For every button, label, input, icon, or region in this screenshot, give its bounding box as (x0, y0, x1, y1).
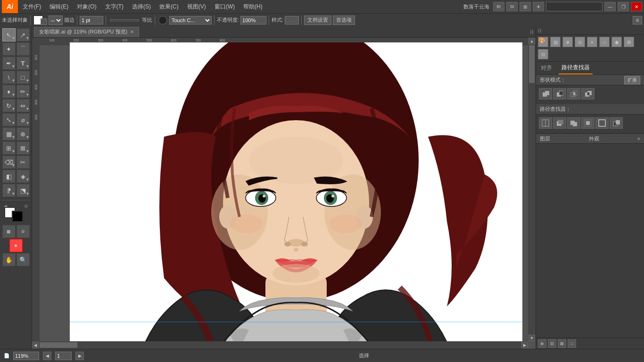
stroke-width-input[interactable] (80, 16, 103, 25)
fill-type-select[interactable]: — (49, 16, 63, 25)
bridge-btn[interactable]: Br (493, 2, 504, 11)
panel-tool-2[interactable]: ▤ (550, 37, 561, 47)
stroke-color[interactable] (41, 18, 47, 25)
line-tool[interactable]: \▾ (2, 71, 16, 84)
scroll-right-btn[interactable]: ▶ (521, 342, 528, 348)
menu-help[interactable]: 帮助(H) (239, 2, 266, 12)
slice-tool[interactable]: ⊠▾ (17, 141, 30, 155)
zoom-tool[interactable]: 🔍 (17, 253, 30, 266)
main-tab[interactable]: 女歌唱家.ai @ 119% (RGB/GPU 预览) ✕ (34, 27, 139, 37)
scroll-h-track[interactable] (39, 342, 521, 348)
pencil-tool[interactable]: ✏▾ (17, 85, 30, 98)
trim-btn[interactable] (553, 117, 566, 129)
eyedropper-tool[interactable]: ◈▾ (17, 170, 30, 183)
panel-tool-8[interactable]: ⊞ (624, 37, 634, 47)
opacity-input[interactable] (240, 16, 266, 25)
panel-collapse-bar[interactable]: ⟨⟨ (536, 26, 644, 35)
align-tab[interactable]: 对齐 (538, 62, 555, 74)
scroll-down-btn[interactable]: ▼ (528, 335, 535, 341)
nav-prev-btn[interactable]: ◀ (43, 352, 51, 360)
hand-tool[interactable]: ✋ (2, 253, 16, 266)
panel-tool-6[interactable]: □ (599, 37, 610, 47)
panel-tool-7[interactable]: ◉ (611, 37, 622, 47)
menu-edit[interactable]: 编辑(E) (46, 2, 72, 12)
panel-tool-9[interactable]: ⊟ (538, 49, 548, 59)
page-number-input[interactable] (55, 352, 72, 360)
direct-selection-tool[interactable]: ↗▾ (17, 28, 30, 41)
search-input[interactable] (546, 2, 603, 11)
close-btn[interactable]: ✕ (631, 2, 642, 11)
color-btn[interactable]: ▩ (2, 225, 16, 238)
artboard-tool[interactable]: ⊞▾ (2, 141, 16, 155)
pathfinder-header[interactable]: 路径查找器： (536, 104, 644, 115)
tab-arrow-right[interactable]: ⟩⟩ (530, 29, 534, 34)
restore-btn[interactable]: ❐ (618, 2, 629, 11)
rect-tool[interactable]: □▾ (17, 71, 30, 84)
scroll-h-thumb[interactable] (40, 342, 77, 348)
pathfinder-tab[interactable]: 路径查找器 (559, 62, 593, 74)
appearance-tab-label[interactable]: 外观 (589, 135, 599, 142)
pen-tool[interactable]: ✒▾ (2, 57, 16, 70)
canvas-container[interactable]: 100200 300400 500600 700800 100 200 300 … (32, 38, 536, 349)
zoom-input[interactable] (13, 352, 39, 360)
scissors-tool[interactable]: ✂ (17, 156, 30, 169)
horizontal-scrollbar[interactable]: ◀ ▶ (32, 341, 528, 349)
eraser-tool[interactable]: ⌫▾ (2, 156, 16, 169)
reset-colors-btn[interactable]: ⊡ (25, 204, 28, 208)
minus-front-btn[interactable] (553, 88, 566, 99)
graph-tool[interactable]: ▦▾ (2, 127, 16, 140)
nav-next-btn[interactable]: ▶ (75, 352, 84, 360)
panel-tool-3[interactable]: ⊕ (562, 37, 573, 47)
reflect-tool[interactable]: ⇔▾ (17, 99, 30, 112)
panel-btn-4[interactable]: □ (568, 339, 576, 348)
doc-settings-btn[interactable]: 文档设置 (304, 16, 331, 25)
layers-tab-label[interactable]: 图层 (540, 135, 550, 142)
warp-tool[interactable]: ⌀▾ (17, 113, 30, 126)
menu-effect[interactable]: 效果(C) (156, 2, 182, 12)
lasso-tool[interactable]: ⌒ (17, 42, 30, 56)
menu-file[interactable]: 文件(F) (19, 2, 45, 12)
panel-menu-btn[interactable]: ≡ (637, 136, 640, 141)
magic-wand-tool[interactable]: ✦ (2, 42, 16, 56)
minus-back-btn[interactable] (610, 117, 623, 129)
symbol-tool[interactable]: ⊕▾ (17, 127, 30, 140)
none-btn[interactable]: ⊘ (17, 225, 30, 238)
menu-text[interactable]: 文字(T) (101, 2, 127, 12)
scale-tool[interactable]: ⤡▾ (2, 113, 16, 126)
intersect-btn[interactable] (567, 88, 580, 99)
arrange-btn[interactable]: ≡ (633, 16, 642, 25)
merge-btn[interactable] (567, 117, 580, 129)
panel-btn-3[interactable]: ⊠ (558, 339, 566, 348)
divide-btn[interactable] (539, 117, 552, 129)
gradient-tool[interactable]: ◧ (2, 170, 16, 183)
type-tool[interactable]: T▾ (17, 57, 30, 70)
scroll-left-btn[interactable]: ◀ (32, 342, 39, 348)
scroll-v-thumb[interactable] (529, 45, 535, 83)
menu-object[interactable]: 对象(O) (73, 2, 100, 12)
rotate-tool[interactable]: ↻▾ (2, 99, 16, 112)
panel-btn-2[interactable]: ⊟ (548, 339, 556, 348)
minimize-btn[interactable]: — (604, 2, 616, 11)
layout-btn[interactable]: ⊞ (520, 2, 531, 11)
expand-btn[interactable]: 扩展 (624, 76, 640, 84)
panel-tool-5[interactable]: ≡ (587, 37, 597, 47)
shape-mode-header[interactable]: 形状模式： 扩展 (536, 75, 644, 85)
vertical-scrollbar[interactable]: ▲ ▼ (528, 38, 536, 341)
sync-btn[interactable]: ✈ (533, 2, 544, 11)
touch-select[interactable]: Touch C... (169, 16, 212, 25)
outline-btn[interactable] (595, 117, 609, 129)
preferences-btn[interactable]: 首选项 (333, 16, 355, 25)
blend-tool[interactable]: ⁋▾ (2, 184, 16, 197)
paintbrush-tool[interactable]: ♦▾ (2, 85, 16, 98)
tab-close-btn[interactable]: ✕ (130, 29, 134, 34)
panel-btn-1[interactable]: ⊕ (538, 339, 546, 348)
menu-view[interactable]: 视图(V) (183, 2, 210, 12)
live-paint-tool[interactable]: ⬔▾ (17, 184, 30, 197)
crop-btn[interactable] (581, 117, 594, 129)
selection-tool[interactable]: ↖▾ (2, 28, 16, 41)
panel-tool-4[interactable]: ◎ (575, 37, 585, 47)
menu-window[interactable]: 窗口(W) (211, 2, 239, 12)
stroke-swatch[interactable] (12, 211, 23, 222)
stock-btn[interactable]: St (506, 2, 518, 11)
unite-btn[interactable] (539, 88, 552, 99)
